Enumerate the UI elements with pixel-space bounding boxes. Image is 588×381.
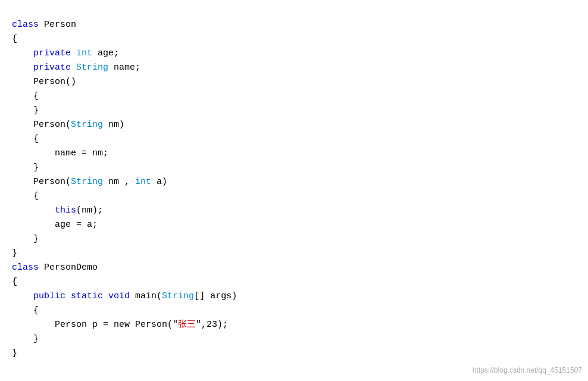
code-token: PersonDemo	[39, 263, 98, 273]
code-block: class Person{ private int age; private S…	[0, 12, 588, 367]
code-token: {	[12, 91, 39, 101]
code-line: }	[12, 104, 576, 118]
watermark: https://blog.csdn.net/qq_45151507	[473, 365, 582, 376]
code-token: String	[162, 291, 194, 301]
code-token: {	[12, 134, 39, 144]
code-token: 张三	[178, 320, 196, 330]
code-token: int	[135, 177, 151, 187]
code-line: }	[12, 232, 576, 246]
code-token: private	[33, 63, 71, 73]
code-line: Person(String nm , int a)	[12, 175, 576, 189]
code-token: String	[71, 177, 103, 187]
code-token: }	[12, 163, 39, 173]
code-token: String	[76, 63, 108, 73]
code-token: Person p = new Person("	[12, 320, 178, 330]
code-token: name = nm;	[12, 148, 108, 158]
code-line: {	[12, 132, 576, 146]
code-line: }	[12, 346, 576, 361]
code-token: }	[12, 334, 39, 344]
code-line: Person p = new Person("张三",23);	[12, 318, 576, 332]
code-token: void	[108, 291, 130, 301]
code-token: Person(	[12, 120, 71, 130]
code-token: {	[12, 305, 39, 316]
code-token	[12, 63, 33, 73]
code-token: age;	[92, 48, 119, 58]
code-line: }	[12, 246, 576, 261]
code-token: }	[12, 105, 39, 115]
code-token	[71, 48, 76, 58]
code-token: }	[12, 348, 17, 358]
code-line: {	[12, 275, 576, 289]
code-token	[12, 291, 33, 301]
code-token: String	[71, 120, 103, 130]
code-line: name = nm;	[12, 146, 576, 161]
code-token	[103, 291, 108, 301]
code-token: int	[76, 48, 92, 58]
code-token: {	[12, 277, 17, 287]
code-token: this	[55, 205, 76, 216]
code-token: nm ,	[103, 177, 135, 187]
code-token	[12, 205, 55, 216]
code-line: {	[12, 89, 576, 104]
code-line: {	[12, 304, 576, 318]
code-token: Person()	[12, 77, 76, 87]
code-token: Person	[39, 20, 76, 30]
code-line: }	[12, 332, 576, 346]
code-token: {	[12, 191, 39, 201]
code-token: (nm);	[76, 205, 103, 216]
code-line: {	[12, 32, 576, 46]
code-token: a)	[151, 177, 167, 187]
code-line: }	[12, 161, 576, 175]
code-token: class	[12, 263, 39, 273]
code-token	[12, 48, 33, 58]
code-token: nm)	[103, 120, 124, 130]
code-line: age = a;	[12, 218, 576, 232]
code-token: name;	[108, 63, 140, 73]
code-token: main(	[130, 291, 162, 301]
code-token: age = a;	[12, 220, 98, 230]
code-line: this(nm);	[12, 204, 576, 218]
code-line: class Person	[12, 18, 576, 32]
code-line: private String name;	[12, 61, 576, 75]
code-token: [] args)	[194, 291, 237, 301]
code-line: {	[12, 189, 576, 204]
code-token: class	[12, 20, 39, 30]
code-line: public static void main(String[] args)	[12, 289, 576, 304]
code-token	[71, 63, 76, 73]
code-token: ",23);	[196, 320, 228, 330]
code-token: }	[12, 248, 17, 258]
code-line: private int age;	[12, 46, 576, 61]
code-lines-container: class Person{ private int age; private S…	[12, 18, 576, 361]
code-token: Person(	[12, 177, 71, 187]
code-token: public	[33, 291, 65, 301]
code-token: static	[71, 291, 103, 301]
code-token: }	[12, 234, 39, 244]
code-line: class PersonDemo	[12, 261, 576, 275]
code-line: Person(String nm)	[12, 118, 576, 132]
code-token: {	[12, 34, 17, 44]
code-line: Person()	[12, 75, 576, 89]
code-token: private	[33, 48, 71, 58]
code-token	[65, 291, 71, 301]
